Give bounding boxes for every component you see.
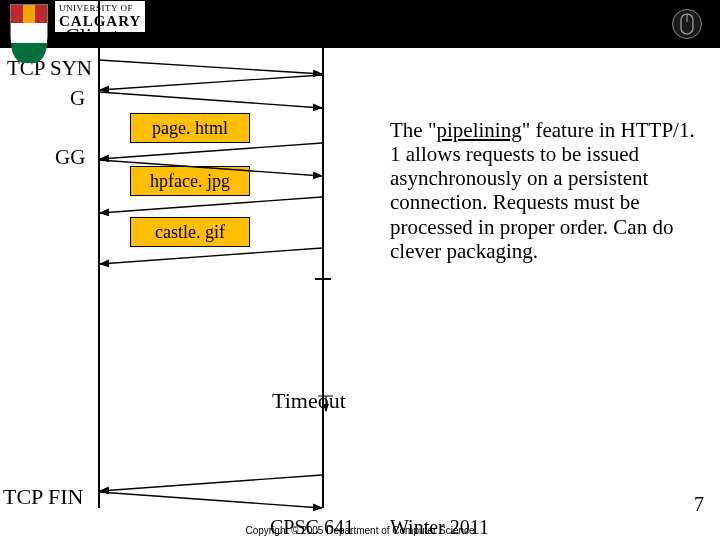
svg-line-7 <box>100 197 322 213</box>
svg-line-4 <box>99 92 322 108</box>
svg-line-2 <box>99 60 322 74</box>
copyright-footer: Copyright © 2005 Department of Computer … <box>0 525 720 536</box>
desc-pipelining: pipelining <box>436 118 521 142</box>
page-number: 7 <box>694 493 704 516</box>
mouse-icon <box>672 9 702 39</box>
tcp-fin-label: TCP FIN <box>3 484 83 510</box>
server-timeline <box>322 0 324 508</box>
client-label: Client <box>65 23 119 49</box>
svg-line-8 <box>100 248 322 264</box>
description-text: The "pipelining" feature in HTTP/1. 1 al… <box>390 118 705 263</box>
gg-label: GG <box>55 145 85 170</box>
server-label: Server <box>264 22 321 48</box>
doc-box-2: hpface. jpg <box>130 166 250 196</box>
doc-box-1: page. html <box>130 113 250 143</box>
g-label: G <box>70 86 85 111</box>
svg-line-5 <box>100 143 322 159</box>
svg-line-12 <box>99 492 322 508</box>
client-timeline <box>98 0 100 508</box>
svg-line-11 <box>100 475 322 491</box>
svg-line-3 <box>100 75 322 90</box>
timeout-label: Timeout <box>272 388 346 414</box>
university-crest <box>10 4 48 62</box>
desc-pre: The " <box>390 118 436 142</box>
message-arrows <box>0 0 720 540</box>
doc-box-3: castle. gif <box>130 217 250 247</box>
tcp-syn-label: TCP SYN <box>0 56 92 81</box>
timeout-tick <box>315 278 331 280</box>
logo-top-text: UNIVERSITY OF <box>59 3 141 13</box>
